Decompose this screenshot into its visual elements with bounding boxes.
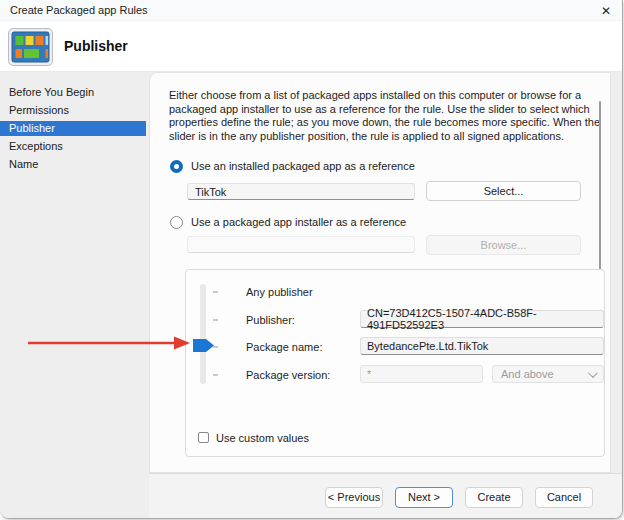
sidebar-item-permissions[interactable]: Permissions: [0, 101, 149, 119]
use-custom-values-row: Use custom values: [198, 431, 309, 444]
specificity-slider-track[interactable]: [200, 284, 206, 384]
version-scope-dropdown: And above: [492, 365, 604, 383]
installed-app-name-field[interactable]: TikTok: [187, 183, 415, 200]
slider-tick-publisher: [213, 319, 218, 321]
slider-tick-any-publisher: [213, 291, 218, 293]
specificity-slider-thumb[interactable]: [193, 339, 214, 352]
wizard-header: Publisher: [0, 21, 622, 72]
next-button[interactable]: Next >: [395, 487, 453, 508]
create-button[interactable]: Create: [465, 487, 523, 508]
installer-path-field: [187, 236, 415, 253]
installed-app-radio[interactable]: [170, 160, 183, 173]
page-title: Publisher: [64, 38, 128, 54]
wizard-footer: < Previous Next > Create Cancel: [149, 473, 623, 519]
publisher-value-field[interactable]: CN=73D412C5-1507-4ADC-B58F-491FD52592E3: [360, 310, 604, 328]
use-custom-values-label: Use custom values: [216, 432, 309, 444]
package-version-label: Package version:: [246, 366, 330, 384]
package-version-value-field: *: [360, 365, 483, 383]
installer-radio-row: Use a packaged app installer as a refere…: [170, 215, 406, 229]
publisher-page-panel: Either choose from a list of packaged ap…: [149, 72, 611, 473]
any-publisher-label: Any publisher: [246, 283, 313, 301]
wizard-steps-sidebar: Before You Begin Permissions Publisher E…: [0, 72, 149, 519]
sidebar-item-before-you-begin[interactable]: Before You Begin: [0, 83, 149, 101]
previous-button[interactable]: < Previous: [325, 487, 383, 508]
publisher-label: Publisher:: [246, 311, 295, 329]
package-name-value-field[interactable]: BytedancePte.Ltd.TikTok: [360, 337, 604, 355]
packaged-app-tiles-icon: [8, 28, 53, 66]
slider-tick-package-version: [213, 374, 218, 376]
title-bar: Create Packaged app Rules ✕: [0, 0, 622, 21]
package-name-label: Package name:: [246, 338, 322, 356]
installer-radio[interactable]: [170, 216, 183, 229]
cancel-button[interactable]: Cancel: [535, 487, 593, 508]
installed-app-radio-row: Use an installed packaged app as a refer…: [170, 159, 415, 173]
publisher-properties-groupbox: Any publisher Publisher: CN=73D412C5-150…: [185, 269, 605, 457]
use-custom-values-checkbox[interactable]: [198, 432, 209, 443]
chevron-down-icon: [588, 368, 598, 378]
sidebar-item-publisher[interactable]: Publisher: [0, 121, 146, 136]
window-title: Create Packaged app Rules: [10, 4, 148, 16]
sidebar-item-name[interactable]: Name: [0, 155, 149, 173]
page-description: Either choose from a list of packaged ap…: [169, 89, 601, 143]
sidebar-item-exceptions[interactable]: Exceptions: [0, 137, 149, 155]
close-icon[interactable]: ✕: [597, 2, 615, 19]
installed-app-radio-label: Use an installed packaged app as a refer…: [191, 160, 415, 172]
slider-tick-package-name: [213, 346, 218, 348]
browse-button: Browse...: [426, 235, 581, 255]
installer-radio-label: Use a packaged app installer as a refere…: [191, 216, 406, 228]
select-button[interactable]: Select...: [426, 181, 581, 201]
create-packaged-app-rules-dialog: Create Packaged app Rules ✕ Publisher Be…: [0, 0, 623, 519]
